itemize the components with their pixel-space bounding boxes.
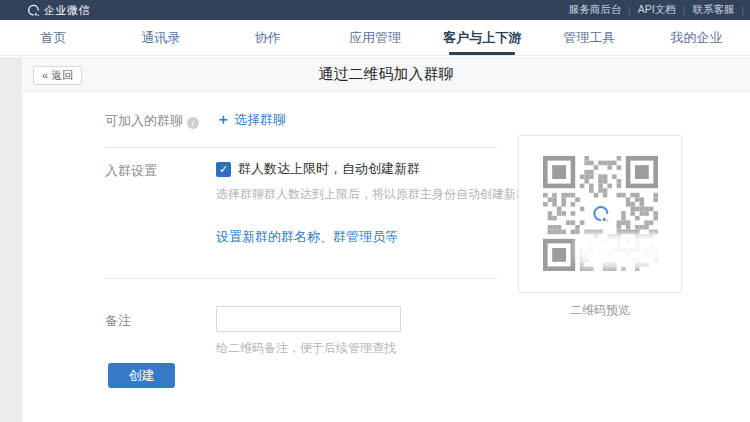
info-icon[interactable]: i: [187, 117, 199, 129]
qr-caption: 二维码预览: [518, 302, 682, 319]
join-settings-label: 入群设置: [105, 162, 157, 180]
remark-input[interactable]: [216, 306, 401, 332]
divider: [105, 147, 497, 148]
nav-tab-collaboration[interactable]: 协作: [214, 20, 321, 55]
top-bar: 企业微信 服务商后台 | API文档 | 联系客服 |: [0, 0, 750, 20]
remark-helper: 给二维码备注，便于后续管理查找: [216, 340, 396, 357]
join-settings-helper: 选择群聊群人数达到上限后，将以原群主身份自动创建新群: [216, 186, 528, 203]
topbar-link-provider-console[interactable]: 服务商后台: [569, 3, 622, 17]
select-group-link[interactable]: ＋选择群聊: [216, 111, 286, 129]
page-title: 通过二维码加入群聊: [22, 57, 750, 92]
auto-create-group-checkbox-row[interactable]: ✓ 群人数达上限时，自动创建新群: [216, 160, 420, 178]
left-gutter: [0, 57, 22, 422]
joinable-group-label: 可加入的群聊i: [105, 112, 199, 130]
chat-bubble-icon: [592, 205, 610, 223]
page-header: 通过二维码加入群聊 « 返回: [22, 57, 750, 92]
nav-tab-label: 我的企业: [670, 29, 722, 47]
separator: |: [741, 5, 744, 16]
back-button[interactable]: « 返回: [33, 66, 82, 85]
plus-icon: ＋: [216, 111, 230, 127]
nav-tab-my-company[interactable]: 我的企业: [643, 20, 750, 55]
new-group-settings-link[interactable]: 设置新群的群名称、群管理员等: [216, 228, 398, 246]
select-group-label: 选择群聊: [234, 112, 286, 127]
qr-center-logo: [588, 201, 614, 227]
nav-tab-label: 管理工具: [563, 29, 615, 47]
qr-preview-box: [518, 135, 682, 293]
main-nav: 首页 通讯录 协作 应用管理 客户与上下游 管理工具 我的企业: [0, 20, 750, 56]
nav-tab-home[interactable]: 首页: [0, 20, 107, 55]
separator: |: [683, 5, 686, 16]
nav-tab-admin-tools[interactable]: 管理工具: [536, 20, 643, 55]
page: 企业微信 服务商后台 | API文档 | 联系客服 | 首页 通讯录 协作 应用…: [0, 0, 750, 422]
privacy-blur: [582, 239, 660, 261]
nav-tab-label: 通讯录: [141, 29, 180, 47]
nav-tab-contacts[interactable]: 通讯录: [107, 20, 214, 55]
app-title: 企业微信: [44, 3, 90, 18]
nav-tab-label: 首页: [41, 29, 67, 47]
checkbox-checked-icon[interactable]: ✓: [216, 162, 231, 177]
qr-code: [543, 156, 658, 271]
chat-bubble-icon: [27, 4, 40, 17]
topbar-link-contact-support[interactable]: 联系客服: [692, 3, 734, 17]
wework-logo[interactable]: 企业微信: [27, 3, 90, 18]
nav-tab-label: 应用管理: [349, 29, 401, 47]
create-button[interactable]: 创建: [108, 363, 175, 388]
nav-tab-customers[interactable]: 客户与上下游: [429, 20, 536, 55]
active-tab-underline: [449, 52, 515, 55]
separator: |: [628, 5, 631, 16]
auto-create-group-label: 群人数达上限时，自动创建新群: [238, 160, 420, 178]
remark-label: 备注: [105, 312, 131, 330]
nav-tab-label: 客户与上下游: [443, 29, 521, 47]
divider: [105, 278, 497, 279]
nav-tab-app-management[interactable]: 应用管理: [321, 20, 428, 55]
nav-tab-label: 协作: [255, 29, 281, 47]
topbar-link-api-docs[interactable]: API文档: [638, 3, 676, 17]
topbar-links: 服务商后台 | API文档 | 联系客服 |: [569, 0, 744, 20]
joinable-group-label-text: 可加入的群聊: [105, 113, 183, 128]
